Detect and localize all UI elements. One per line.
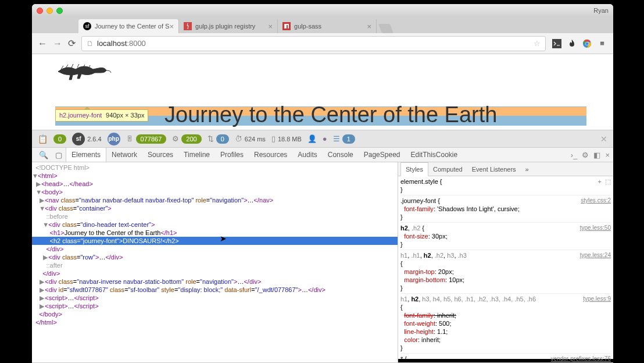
tab-sources[interactable]: Sources — [142, 148, 178, 162]
dom-line[interactable]: ▶<head>…</head> — [32, 180, 398, 188]
php-badge-icon[interactable]: php — [108, 133, 120, 145]
tab-pagespeed[interactable]: PageSpeed — [359, 148, 406, 162]
dom-line[interactable]: ▶<div class="navbar-inverse navbar-stati… — [32, 277, 398, 286]
dom-tree[interactable]: <!DOCTYPE html> ▼<html> ▶<head>…</head> … — [32, 162, 398, 362]
npm-favicon-icon — [282, 22, 291, 30]
tab-title: gulp.js plugin registry — [195, 23, 255, 30]
css-rule[interactable]: vendor-prefixes.less:76 * { — [400, 353, 611, 362]
css-rule[interactable]: type.less:9 h1, h2, h3, h4, h5, h6, .h1,… — [400, 293, 611, 352]
dom-line[interactable]: ▼<body> — [32, 188, 398, 196]
tab-styles[interactable]: Styles — [400, 162, 428, 176]
dom-line[interactable]: </div> — [32, 269, 398, 277]
style-source-link[interactable]: type.less:50 — [580, 224, 611, 232]
css-rule[interactable]: type.less:24 h1, .h1, h2, .h2, h3, .h3{ … — [400, 250, 611, 292]
dock-icon[interactable]: ◧ — [593, 151, 600, 159]
dom-line[interactable]: ::after — [32, 261, 398, 269]
dom-line[interactable]: <!DOCTYPE html> — [32, 163, 398, 172]
close-toolbar-icon[interactable]: ✕ — [600, 134, 607, 144]
css-rule[interactable]: type.less:50 h2, .h2 { font-size: 30px; … — [400, 222, 611, 248]
sf-favicon-icon: sf — [83, 22, 91, 30]
more-tabs-icon[interactable]: » — [521, 163, 534, 176]
timer-icon[interactable]: ⏱ — [235, 134, 242, 143]
browser-tab-1[interactable]: sf Journey to the Center of S × — [78, 19, 179, 33]
dom-line[interactable]: ::before — [32, 212, 398, 220]
tab-computed[interactable]: Computed — [428, 163, 467, 176]
maximize-window-button[interactable] — [56, 8, 63, 14]
dom-line[interactable]: ▶<nav class="navbar navbar-default navba… — [32, 196, 398, 204]
toggle-states-icon[interactable]: ⬚ — [605, 177, 611, 186]
dom-line[interactable]: ▶<div id="sfwdt077867" class="sf-toolbar… — [32, 286, 398, 294]
style-source-link[interactable]: vendor-prefixes.less:76 — [551, 355, 611, 362]
tab-timeline[interactable]: Timeline — [178, 148, 215, 162]
dom-line[interactable]: ▼<html> — [32, 172, 398, 180]
close-tab-icon[interactable]: × — [268, 22, 273, 31]
dom-line[interactable]: </html> — [32, 318, 398, 326]
styles-rules[interactable]: +⬚ element.style { } styles.css:2 .journ… — [398, 176, 613, 362]
sf-zero-badge[interactable]: 0 — [53, 134, 66, 144]
dom-line[interactable]: ▶<script>…</script> — [32, 302, 398, 310]
sliders-icon[interactable]: 🎚 — [126, 134, 134, 143]
route-icon[interactable]: ⇅ — [207, 134, 214, 143]
menu-icon[interactable]: ≡ — [597, 38, 607, 49]
terminal-ext-icon[interactable] — [552, 38, 562, 49]
forward-button[interactable]: → — [53, 38, 62, 49]
dom-line[interactable]: ▶<script>…</script> — [32, 294, 398, 302]
db-icon[interactable]: ● — [323, 134, 327, 143]
memory-icon[interactable]: ▯ — [271, 134, 276, 143]
tab-resources[interactable]: Resources — [249, 148, 292, 162]
close-tab-icon[interactable]: × — [367, 22, 371, 31]
dom-line[interactable]: ▶<div class="row">…</div> — [32, 253, 398, 261]
user-icon[interactable]: 👤 — [307, 134, 317, 143]
dom-line[interactable]: <h1>Journey to the Center of the Earth</… — [32, 229, 398, 237]
tab-elements[interactable]: Elements — [66, 148, 106, 162]
clipboard-icon[interactable]: 📋 — [38, 134, 48, 144]
console-drawer-icon[interactable]: ›_ — [571, 151, 578, 159]
dom-line-selected[interactable]: <h2 class="journey-font">DINOSAURS!</h2> — [32, 237, 398, 245]
flame-ext-icon[interactable] — [567, 38, 577, 49]
style-source-link[interactable]: type.less:9 — [583, 295, 611, 303]
device-mode-icon[interactable]: ▢ — [52, 151, 66, 159]
bookmark-star-icon[interactable]: ☆ — [534, 39, 541, 48]
sf-reqs[interactable]: 1 — [342, 134, 355, 144]
back-button[interactable]: ← — [38, 38, 47, 49]
style-source-link[interactable]: styles.css:2 — [581, 197, 611, 205]
sf-token[interactable]: 077867 — [136, 134, 167, 144]
sf-memory: 18.8 MB — [278, 136, 302, 143]
symfony-toolbar[interactable]: 📋 0 sf2.6.4 php 🎚077867 ⚙200 ⇅0 ⏱624 ms … — [32, 130, 613, 147]
tab-console[interactable]: Console — [323, 148, 359, 162]
tab-editthiscookie[interactable]: EditThisCookie — [405, 148, 463, 162]
sf-status[interactable]: 200 — [181, 134, 201, 144]
window-titlebar: Ryan — [32, 4, 613, 17]
css-rule[interactable]: +⬚ element.style { } — [400, 177, 611, 194]
add-rule-icon[interactable]: + — [598, 177, 602, 186]
chrome-ext-icon[interactable] — [582, 38, 592, 49]
dom-line[interactable]: </div> — [32, 245, 398, 253]
close-tab-icon[interactable]: × — [169, 22, 174, 31]
dom-line[interactable]: ▼<div class="dino-header text-center"> — [32, 220, 398, 229]
dom-line[interactable]: ▼<div class="container"> — [32, 204, 398, 212]
page-icon: 🗋 — [87, 40, 94, 48]
list-icon[interactable]: ☰ — [333, 134, 340, 143]
browser-tab-2[interactable]: gulp.js plugin registry × — [179, 19, 278, 33]
reload-button[interactable]: ⟳ — [68, 38, 76, 49]
minimize-window-button[interactable] — [46, 8, 53, 14]
gulp-favicon-icon — [184, 22, 192, 30]
style-source-link[interactable]: type.less:24 — [580, 251, 611, 259]
dom-line[interactable]: </body> — [32, 310, 398, 318]
new-tab-button[interactable] — [378, 24, 393, 33]
browser-tab-3[interactable]: gulp-sass × — [278, 19, 377, 33]
tab-profiles[interactable]: Profiles — [215, 148, 249, 162]
close-window-button[interactable] — [37, 8, 43, 14]
tab-network[interactable]: Network — [106, 148, 142, 162]
close-devtools-icon[interactable]: × — [605, 151, 610, 159]
tab-audits[interactable]: Audits — [292, 148, 322, 162]
css-rule[interactable]: styles.css:2 .journey-font { font-family… — [400, 195, 611, 221]
settings-gear-icon[interactable]: ⚙ — [582, 151, 589, 159]
address-input[interactable]: 🗋 localhost:8000 ☆ — [81, 36, 546, 51]
gear-icon[interactable]: ⚙ — [172, 134, 179, 143]
tab-event-listeners[interactable]: Event Listeners — [467, 163, 521, 176]
sf-queries[interactable]: 0 — [216, 134, 229, 144]
devtools-panel: 🔍 ▢ Elements Network Sources Timeline Pr… — [32, 147, 613, 363]
search-icon[interactable]: 🔍 — [35, 151, 52, 159]
sf-logo-icon[interactable]: sf — [72, 133, 85, 145]
